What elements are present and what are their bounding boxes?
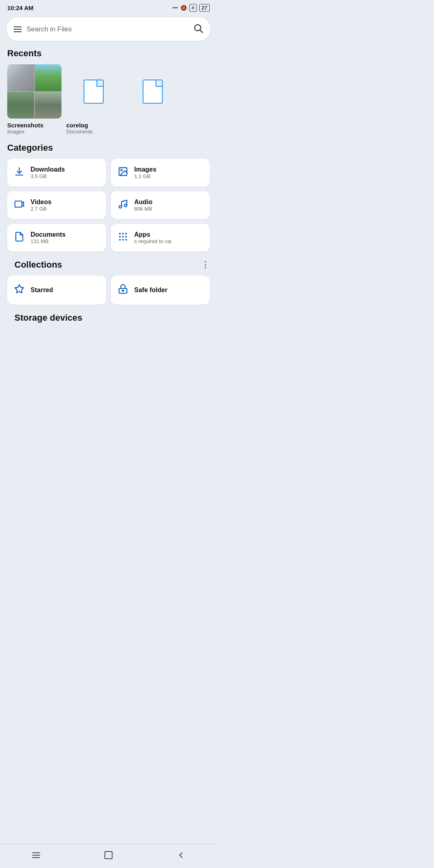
- category-downloads[interactable]: Downloads 3.5 GB: [7, 159, 106, 186]
- collections-section: Collections ⋮ Starred Safe folder: [0, 260, 217, 305]
- categories-title: Categories: [0, 143, 217, 153]
- svg-rect-4: [15, 201, 22, 207]
- apps-icon: [117, 231, 129, 244]
- recent-name-screenshots: Screenshots: [7, 122, 43, 129]
- screenshots-thumbnail: [7, 64, 61, 119]
- photo-cell-4: [35, 92, 62, 119]
- svg-point-14: [122, 239, 124, 240]
- category-info-documents: Documents 131 MB: [31, 231, 66, 244]
- star-icon: [14, 284, 25, 297]
- collections-more-button[interactable]: ⋮: [201, 260, 210, 269]
- collection-safe-folder[interactable]: Safe folder: [111, 276, 210, 305]
- recents-title: Recents: [0, 48, 217, 59]
- recent-type-corelog: Documents: [66, 129, 93, 135]
- category-audio[interactable]: Audio 806 MB: [111, 191, 210, 219]
- status-bar: 10:24 AM ••• 🔕 ✕ 27: [0, 0, 217, 14]
- dots-icon: •••: [172, 5, 178, 11]
- category-info-videos: Videos 2.7 GB: [31, 199, 51, 212]
- corelog-thumbnail: [66, 64, 121, 119]
- lock-icon: [117, 284, 129, 297]
- category-name-downloads: Downloads: [31, 166, 65, 173]
- battery-indicator: 27: [199, 4, 210, 12]
- menu-icon[interactable]: [14, 27, 22, 32]
- svg-point-11: [122, 235, 124, 237]
- category-info-downloads: Downloads 3.5 GB: [31, 166, 65, 179]
- collections-grid: Starred Safe folder: [0, 276, 217, 305]
- document-icon: [14, 231, 25, 244]
- collections-title: Collections: [7, 260, 70, 270]
- recents-row: Screenshots Images corelog Documents: [0, 64, 217, 135]
- svg-point-9: [125, 233, 127, 234]
- category-name-images: Images: [134, 166, 156, 173]
- svg-point-7: [119, 233, 121, 234]
- category-apps[interactable]: Apps s required to cal: [111, 224, 210, 252]
- category-size-apps: s required to cal: [134, 238, 172, 244]
- recent-item-corelog[interactable]: corelog Documents: [66, 64, 121, 135]
- recent-name-corelog: corelog: [66, 122, 88, 129]
- empty-file-thumbnail: [125, 64, 180, 119]
- collections-header: Collections ⋮: [0, 260, 217, 270]
- search-icon[interactable]: [193, 23, 203, 35]
- svg-point-5: [119, 205, 122, 208]
- categories-grid: Downloads 3.5 GB Images 1.1 GB: [0, 159, 217, 252]
- storage-title: Storage devices: [7, 313, 210, 323]
- svg-point-13: [119, 239, 121, 240]
- category-name-videos: Videos: [31, 199, 51, 206]
- recent-item-empty[interactable]: [125, 64, 180, 135]
- recent-type-screenshots: Images: [7, 129, 25, 135]
- category-info-apps: Apps s required to cal: [134, 231, 172, 244]
- recent-item-screenshots[interactable]: Screenshots Images: [7, 64, 61, 135]
- recents-section: Recents Screenshots Images corelog Docum…: [0, 48, 217, 135]
- photo-cell-1: [7, 64, 34, 91]
- category-documents[interactable]: Documents 131 MB: [7, 224, 106, 252]
- video-icon: [14, 199, 25, 212]
- category-images[interactable]: Images 1.1 GB: [111, 159, 210, 186]
- svg-marker-16: [15, 285, 24, 293]
- close-box-icon: ✕: [189, 4, 197, 12]
- category-size-audio: 806 MB: [134, 206, 152, 212]
- category-videos[interactable]: Videos 2.7 GB: [7, 191, 106, 219]
- svg-point-12: [125, 235, 127, 237]
- download-icon: [14, 166, 25, 179]
- storage-section: Storage devices: [0, 313, 217, 323]
- photo-cell-2: [35, 64, 62, 91]
- svg-line-1: [200, 30, 203, 33]
- svg-point-18: [122, 290, 123, 291]
- status-icons: ••• 🔕 ✕ 27: [172, 4, 210, 12]
- search-bar[interactable]: Search in Files: [6, 17, 211, 41]
- category-info-audio: Audio 806 MB: [134, 199, 152, 212]
- category-name-documents: Documents: [31, 231, 66, 238]
- file-doc-icon: [84, 80, 104, 104]
- category-name-apps: Apps: [134, 231, 172, 238]
- collection-name-starred: Starred: [31, 287, 53, 294]
- status-time: 10:24 AM: [7, 4, 33, 11]
- category-info-images: Images 1.1 GB: [134, 166, 156, 179]
- svg-point-15: [125, 239, 127, 240]
- svg-point-8: [122, 233, 124, 234]
- svg-point-6: [124, 204, 127, 207]
- audio-icon: [117, 199, 129, 212]
- category-size-videos: 2.7 GB: [31, 206, 51, 212]
- category-size-documents: 131 MB: [31, 238, 66, 244]
- photo-cell-3: [7, 92, 34, 119]
- image-icon: [117, 166, 129, 179]
- svg-point-10: [119, 235, 121, 237]
- notifications-off-icon: 🔕: [180, 5, 187, 11]
- search-input[interactable]: Search in Files: [27, 25, 188, 33]
- category-size-images: 1.1 GB: [134, 173, 156, 179]
- categories-section: Categories Downloads 3.5 GB: [0, 143, 217, 252]
- category-name-audio: Audio: [134, 199, 152, 206]
- collection-starred[interactable]: Starred: [7, 276, 106, 305]
- svg-point-3: [121, 169, 122, 170]
- category-size-downloads: 3.5 GB: [31, 173, 65, 179]
- collection-name-safe-folder: Safe folder: [134, 287, 168, 294]
- empty-file-icon: [143, 80, 163, 104]
